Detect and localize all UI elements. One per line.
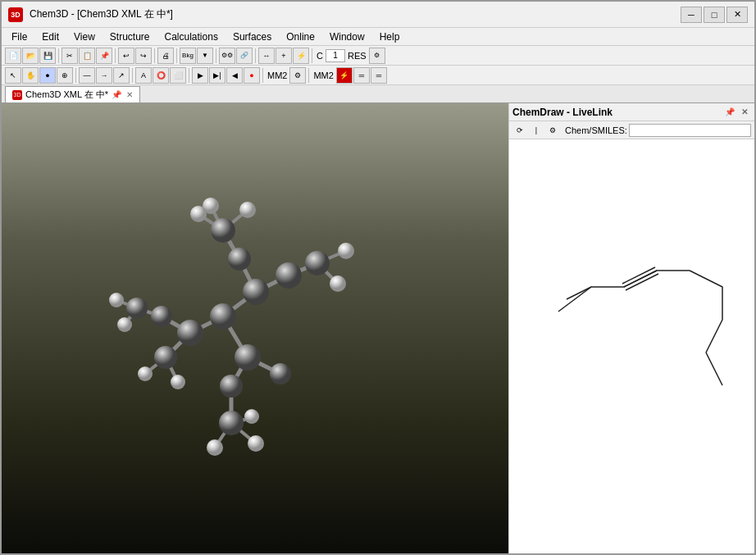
pan-tool[interactable]: ✋ [22, 67, 39, 84]
active-doc-tab[interactable]: 3D Chem3D XML 在 中* 📌 ✕ [5, 86, 140, 102]
chemdraw-copy-button[interactable]: | [529, 123, 544, 138]
atom-carbon [270, 363, 291, 384]
atom-carbon [211, 218, 235, 243]
add-tool[interactable]: ⊕ [57, 67, 73, 84]
play-back[interactable]: ◀ [226, 67, 243, 84]
tab-close-button[interactable]: ✕ [126, 90, 133, 99]
svg-line-30 [567, 287, 591, 299]
chem-structure-svg [517, 148, 754, 434]
menu-item-structure[interactable]: Structure [103, 30, 157, 44]
redo-button[interactable]: ↪ [135, 48, 152, 64]
chemdraw-canvas[interactable] [509, 139, 754, 555]
display-btn2[interactable]: 🔗 [236, 48, 253, 64]
menu-item-window[interactable]: Window [323, 30, 371, 44]
mm2-label1: MM2 [266, 71, 289, 80]
close-button[interactable]: ✕ [726, 7, 748, 23]
rotate-tool[interactable]: ● [39, 67, 56, 84]
style-btn2[interactable]: ═ [371, 67, 387, 84]
menu-bar: FileEditViewStructureCalculationsSurface… [2, 28, 754, 46]
minimize-button[interactable]: ─ [681, 7, 702, 23]
smiles-label: Chem/SMILES: [565, 125, 627, 135]
new-button[interactable]: 📄 [5, 48, 21, 64]
chemdraw-close-button[interactable]: ✕ [738, 106, 751, 119]
circle-tool[interactable]: ⭕ [153, 67, 169, 84]
zoom-btn[interactable]: + [276, 48, 292, 64]
menu-item-surfaces[interactable]: Surfaces [226, 30, 278, 44]
menu-item-online[interactable]: Online [280, 30, 321, 44]
display-btn1[interactable]: ⚙⚙ [219, 48, 235, 64]
menu-item-calculations[interactable]: Calculations [158, 30, 225, 44]
chemdraw-panel: ChemDraw - LiveLink 📌 ✕ ⟳ | ⚙ Chem/SMILE… [508, 103, 754, 555]
play-fwd[interactable]: ▶ [192, 67, 208, 84]
element-label: C [315, 51, 325, 61]
sep9 [132, 68, 133, 83]
main-area: ChemDraw - LiveLink 📌 ✕ ⟳ | ⚙ Chem/SMILE… [2, 103, 754, 555]
3d-viewport[interactable] [2, 103, 508, 555]
atom-hydrogen [138, 366, 153, 381]
atom-hydrogen [171, 375, 185, 389]
sep2 [115, 48, 116, 63]
maximize-button[interactable]: □ [704, 7, 725, 23]
sep1 [58, 48, 59, 63]
chemdraw-pin-button[interactable]: 📌 [723, 106, 736, 119]
svg-line-26 [626, 274, 658, 290]
atom-carbon [276, 262, 302, 289]
res-label: RES [346, 51, 368, 61]
atom-carbon [154, 346, 177, 369]
sep4 [176, 48, 177, 63]
background-button[interactable]: Bkg [180, 48, 196, 64]
undo-button[interactable]: ↩ [118, 48, 134, 64]
paste-button[interactable]: 📌 [96, 48, 112, 64]
sep11 [262, 68, 263, 83]
sep7 [312, 48, 312, 63]
menu-item-file[interactable]: File [5, 30, 34, 44]
text-tool[interactable]: A [135, 67, 152, 84]
menu-item-help[interactable]: Help [373, 30, 407, 44]
menu-item-edit[interactable]: Edit [35, 30, 66, 44]
arrow-tool[interactable]: → [96, 67, 112, 84]
window-controls: ─ □ ✕ [681, 7, 748, 23]
chemdraw-sync-button[interactable]: ⟳ [512, 123, 527, 138]
frag-tool[interactable]: ↗ [113, 67, 130, 84]
move-btn[interactable]: ↔ [258, 48, 275, 64]
chemdraw-titlebar: ChemDraw - LiveLink 📌 ✕ [509, 103, 754, 121]
document-tabs: 3D Chem3D XML 在 中* 📌 ✕ [2, 85, 754, 103]
res-settings[interactable]: ⚙ [369, 48, 385, 64]
bg-dropdown[interactable]: ▼ [197, 48, 213, 64]
copy-button[interactable]: 📋 [79, 48, 95, 64]
atom-carbon [220, 375, 243, 398]
atom-carbon [177, 320, 203, 346]
atom-carbon [243, 279, 269, 305]
svg-line-27 [622, 267, 655, 284]
svg-line-25 [624, 271, 657, 287]
chemdraw-settings-button[interactable]: ⚙ [545, 123, 560, 138]
record-btn[interactable]: ● [244, 67, 260, 84]
open-button[interactable]: 📂 [22, 48, 39, 64]
menu-item-view[interactable]: View [67, 30, 102, 44]
atom-btn[interactable]: ⚡ [293, 48, 309, 64]
svg-line-29 [706, 353, 722, 385]
smiles-input[interactable] [629, 124, 751, 137]
atom-carbon [228, 248, 251, 271]
app-icon: 3D [8, 7, 23, 22]
sep8 [75, 68, 76, 83]
element-input[interactable] [326, 49, 345, 62]
play-step[interactable]: ▶| [209, 67, 225, 84]
select-tool[interactable]: ↖ [5, 67, 21, 84]
atom-hydrogen [330, 275, 346, 292]
energy-btn[interactable]: ⚡ [336, 67, 353, 84]
atom-hydrogen [109, 293, 124, 307]
bond-tool[interactable]: — [79, 67, 95, 84]
print-button[interactable]: 🖨 [157, 48, 174, 64]
chemdraw-panel-controls: 📌 ✕ [723, 106, 751, 119]
tab-pin[interactable]: 📌 [112, 90, 121, 99]
tab-label: Chem3D XML 在 中* [25, 89, 108, 101]
chemdraw-panel-title: ChemDraw - LiveLink [512, 107, 720, 118]
sep10 [189, 68, 189, 83]
style-btn1[interactable]: ═ [353, 67, 370, 84]
save-button[interactable]: 💾 [39, 48, 56, 64]
rect-tool[interactable]: ⬜ [170, 67, 186, 84]
window-title: Chem3D - [Chem3D XML 在 中*] [30, 7, 681, 21]
cut-button[interactable]: ✂ [61, 48, 78, 64]
mm2-settings[interactable]: ⚙ [289, 67, 306, 84]
